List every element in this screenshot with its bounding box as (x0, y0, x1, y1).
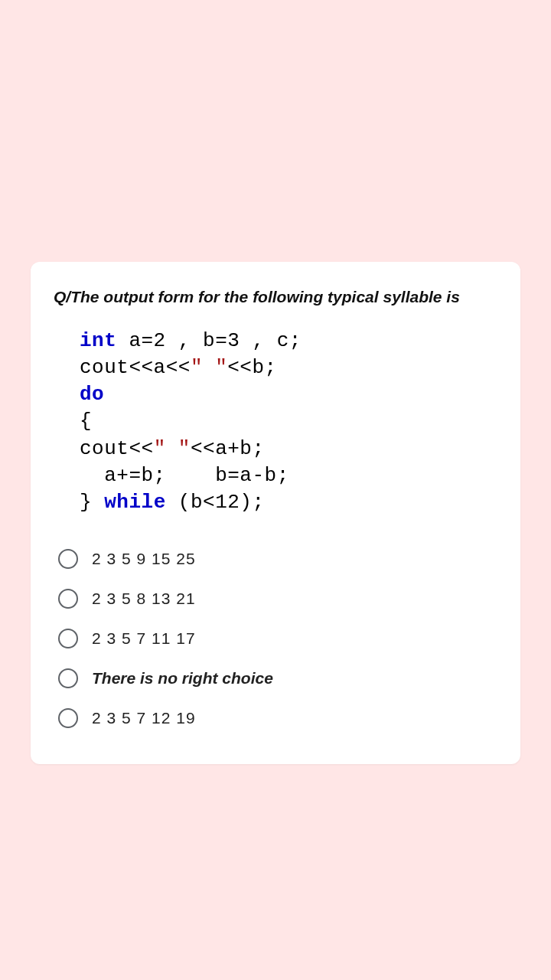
option-label: 2 3 5 8 13 21 (92, 590, 196, 608)
code-kw: do (80, 383, 104, 406)
code-kw: int (80, 329, 116, 352)
code-block: int a=2 , b=3 , c; cout<<a<<" "<<b; do {… (80, 328, 497, 516)
code-tok: cout<<a<< (80, 356, 191, 379)
options-list: 2 3 5 9 15 25 2 3 5 8 13 21 2 3 5 7 11 1… (54, 539, 497, 738)
code-str: " " (191, 356, 227, 379)
code-tok: a=2 , b=3 , c; (116, 329, 302, 352)
code-tok: } (80, 491, 104, 514)
option-5[interactable]: 2 3 5 7 12 19 (54, 698, 497, 738)
radio-icon (58, 549, 78, 569)
radio-icon (58, 668, 78, 688)
option-1[interactable]: 2 3 5 9 15 25 (54, 539, 497, 579)
option-3[interactable]: 2 3 5 7 11 17 (54, 619, 497, 658)
option-label: There is no right choice (92, 669, 273, 688)
option-4[interactable]: There is no right choice (54, 658, 497, 698)
code-tok: { (80, 410, 92, 433)
code-tok: cout<< (80, 437, 154, 460)
code-kw: while (104, 491, 166, 514)
question-text: Q/The output form for the following typi… (54, 288, 497, 306)
radio-icon (58, 589, 78, 609)
code-tok: a+=b; b=a-b; (80, 464, 289, 487)
code-tok: (b<12); (166, 491, 265, 514)
option-2[interactable]: 2 3 5 8 13 21 (54, 579, 497, 619)
option-label: 2 3 5 7 11 17 (92, 629, 196, 648)
radio-icon (58, 629, 78, 648)
code-tok: <<a+b; (191, 437, 265, 460)
radio-icon (58, 708, 78, 728)
code-tok: <<b; (227, 356, 276, 379)
code-str: " " (154, 437, 191, 460)
option-label: 2 3 5 7 12 19 (92, 709, 196, 727)
question-card: Q/The output form for the following typi… (31, 262, 520, 764)
option-label: 2 3 5 9 15 25 (92, 550, 196, 568)
